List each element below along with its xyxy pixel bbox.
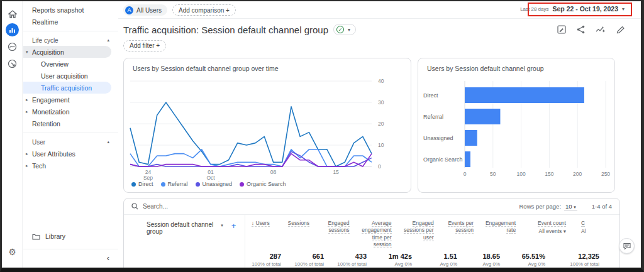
insights-icon[interactable] bbox=[596, 25, 606, 36]
column-header-average-engagement-time-per-session[interactable]: Average engagement time per session bbox=[356, 215, 398, 250]
column-subheader[interactable]: Al bbox=[581, 228, 613, 235]
sidebar-item-monetization[interactable]: ▸Monetization bbox=[23, 106, 118, 117]
dimension-header[interactable]: Session default channel group▾+ bbox=[124, 215, 236, 250]
column-header-label[interactable]: Engaged sessions per user bbox=[404, 220, 434, 241]
sidebar-item-retention[interactable]: Retention bbox=[23, 117, 118, 129]
table-body: Session default channel group▾+↓ UsersSe… bbox=[124, 215, 619, 272]
chevron-right-icon[interactable]: ▸ bbox=[26, 163, 28, 168]
library-label: Library bbox=[45, 232, 65, 240]
column-header-event-count[interactable]: Event countAll events ▾ bbox=[522, 215, 572, 250]
advertising-icon[interactable] bbox=[6, 57, 19, 70]
add-comparison-button[interactable]: Add comparison + bbox=[172, 4, 236, 16]
sidebar-item-user-acquisition[interactable]: User acquisition bbox=[23, 70, 118, 82]
audience-chip-all-users[interactable]: A All Users bbox=[123, 4, 167, 16]
line-chart[interactable]: 01020304024Sep01Oct0815 bbox=[128, 75, 407, 188]
column-header-engagement-rate[interactable]: Engagement rate bbox=[480, 215, 522, 250]
reports-icon[interactable] bbox=[6, 23, 19, 36]
legend-item-unassigned[interactable]: Unassigned bbox=[196, 181, 233, 187]
nav-section-life-cycle[interactable]: Life cycle▴ bbox=[23, 35, 118, 46]
sidebar-item-reports-snapshot[interactable]: Reports snapshot bbox=[23, 4, 118, 16]
bar-chart[interactable]: 050100150200250DirectReferralUnassignedO… bbox=[423, 76, 611, 187]
svg-text:0: 0 bbox=[464, 171, 467, 177]
sidebar-item-label: Monetization bbox=[32, 108, 70, 116]
customize-report-icon[interactable] bbox=[557, 25, 566, 36]
legend-item-organic-search[interactable]: Organic Search bbox=[240, 181, 286, 187]
legend-label: Organic Search bbox=[247, 181, 286, 187]
sidebar-item-label: Reports snapshot bbox=[32, 6, 84, 14]
collapse-section-icon[interactable]: ▴ bbox=[107, 139, 109, 144]
feedback-bubble-icon bbox=[623, 242, 631, 250]
sidebar-item-label: Traffic acquisition bbox=[41, 84, 92, 92]
chevron-down-icon[interactable]: ▾ bbox=[221, 223, 223, 228]
totals-dimension-cell bbox=[124, 251, 245, 271]
totals-value: 1m 42s bbox=[377, 253, 412, 260]
drawer-footer: ‹ bbox=[23, 249, 118, 268]
audience-avatar: A bbox=[125, 6, 133, 14]
column-header-events-per-session[interactable]: Events per session bbox=[440, 215, 480, 250]
edit-pencil-icon[interactable] bbox=[616, 25, 625, 36]
search-input[interactable]: Search... bbox=[143, 203, 515, 210]
column-header-label[interactable]: Engagement rate bbox=[486, 220, 516, 234]
chevron-right-icon[interactable]: ▸ bbox=[26, 109, 28, 114]
column-header-label[interactable]: ↓ Users bbox=[252, 220, 270, 227]
add-dimension-button[interactable]: + bbox=[231, 221, 236, 231]
sidebar-item-engagement[interactable]: ▸Engagement bbox=[23, 94, 118, 106]
nav-divider bbox=[23, 133, 118, 133]
line-chart-card: Users by Session default channel group o… bbox=[123, 58, 411, 193]
totals-cell: 18.65Avg 0% bbox=[464, 251, 506, 271]
rows-per-page-select[interactable]: 10 ▾ bbox=[564, 203, 577, 210]
sidebar-item-overview[interactable]: Overview bbox=[23, 58, 118, 70]
svg-text:10: 10 bbox=[378, 142, 384, 148]
feedback-button[interactable] bbox=[619, 238, 635, 254]
legend-item-direct[interactable]: Direct bbox=[131, 181, 153, 187]
legend-dot-icon bbox=[240, 182, 244, 187]
column-header-users[interactable]: ↓ Users bbox=[236, 215, 275, 250]
add-comparison-label: Add comparison + bbox=[179, 7, 230, 14]
collapse-section-icon[interactable]: ▴ bbox=[107, 38, 109, 43]
admin-gear-icon[interactable]: ⚙ bbox=[6, 245, 19, 258]
dimension-header-label: Session default channel group bbox=[147, 221, 216, 235]
sidebar-item-tech[interactable]: ▸Tech bbox=[23, 160, 118, 171]
sidebar-item-traffic-acquisition[interactable]: Traffic acquisition bbox=[23, 82, 111, 94]
column-subheader[interactable]: All events ▾ bbox=[526, 228, 566, 235]
nav-section-user[interactable]: User▴ bbox=[23, 136, 118, 148]
icon-rail: ⚙ bbox=[2, 1, 23, 268]
pagination-label: 1-4 of 4 bbox=[592, 203, 612, 210]
svg-text:0: 0 bbox=[378, 163, 381, 170]
legend-item-referral[interactable]: Referral bbox=[161, 181, 188, 187]
date-range-label: Sep 22 - Oct 19, 2023 bbox=[553, 5, 618, 13]
column-header-c[interactable]: CAl bbox=[572, 215, 619, 250]
sidebar-item-label: Engagement bbox=[32, 96, 70, 104]
collapse-drawer-icon[interactable]: ‹ bbox=[107, 253, 109, 263]
date-range-picker[interactable]: Last 28 days Sep 22 - Oct 19, 2023 ▾ bbox=[520, 5, 625, 13]
column-header-label[interactable]: Event count bbox=[538, 220, 566, 227]
chevron-down-icon[interactable]: ▾ bbox=[26, 50, 28, 55]
share-icon[interactable] bbox=[577, 25, 585, 36]
totals-cell: 433100% of total bbox=[330, 251, 373, 271]
data-quality-badge[interactable]: ✓ ▾ bbox=[333, 24, 356, 35]
chevron-right-icon[interactable]: ▸ bbox=[26, 97, 28, 102]
column-header-label[interactable]: C bbox=[581, 220, 585, 227]
column-header-engaged-sessions[interactable]: Engaged sessions bbox=[316, 215, 355, 250]
column-header-label[interactable]: Events per session bbox=[448, 220, 474, 234]
column-header-label[interactable]: Average engagement time per session bbox=[362, 220, 391, 248]
column-header-engaged-sessions-per-user[interactable]: Engaged sessions per user bbox=[398, 215, 440, 250]
page-title: Traffic acquisition: Session default cha… bbox=[123, 24, 328, 35]
chevron-right-icon[interactable]: ▸ bbox=[26, 151, 28, 156]
sidebar-item-realtime[interactable]: Realtime bbox=[23, 16, 118, 28]
sidebar-item-library[interactable]: Library bbox=[23, 230, 118, 242]
nav-divider bbox=[23, 31, 118, 31]
column-header-label[interactable]: Sessions bbox=[288, 220, 310, 227]
sidebar-item-label: Retention bbox=[32, 120, 60, 128]
sidebar-item-user-attributes[interactable]: ▸User Attributes bbox=[23, 148, 118, 160]
home-icon[interactable] bbox=[6, 8, 19, 21]
column-header-label[interactable]: Engaged sessions bbox=[328, 220, 349, 234]
nav-section-label: Life cycle bbox=[32, 37, 58, 44]
explore-icon[interactable] bbox=[6, 40, 19, 53]
column-header-sessions[interactable]: Sessions bbox=[276, 215, 316, 250]
chevron-down-icon: ▾ bbox=[622, 6, 625, 12]
add-filter-button[interactable]: Add filter + bbox=[123, 40, 166, 52]
legend-label: Direct bbox=[138, 181, 153, 187]
line-chart-legend: DirectReferralUnassignedOrganic Search bbox=[131, 181, 286, 187]
sidebar-item-acquisition[interactable]: ▾Acquisition bbox=[23, 46, 111, 58]
